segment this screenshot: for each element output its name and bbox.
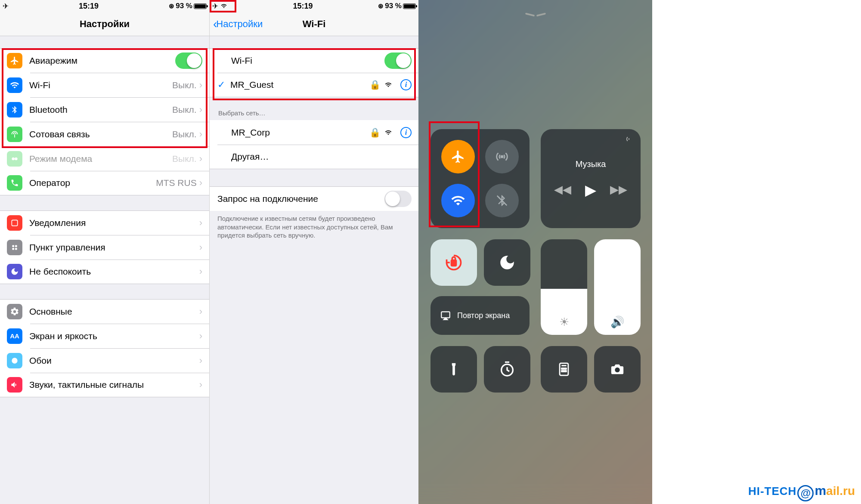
ask-to-join-row[interactable]: Запрос на подключение: [210, 186, 418, 211]
ask-footer: Подключение к известным сетям будет прои…: [210, 211, 418, 243]
highlight-connectivity: [429, 121, 480, 227]
back-button[interactable]: ‹Настройки: [213, 17, 263, 31]
row-detail: Выкл.: [172, 80, 197, 90]
chevron-right-icon: ›: [199, 104, 202, 115]
svg-rect-5: [15, 245, 17, 247]
gear-icon: [7, 304, 22, 319]
svg-point-8: [501, 156, 503, 158]
svg-rect-11: [441, 312, 450, 318]
svg-rect-10: [452, 260, 456, 266]
chevron-right-icon: ›: [199, 306, 202, 317]
music-tile[interactable]: Музыка ◀◀ ▶ ▶▶: [541, 129, 641, 228]
calculator-button[interactable]: [541, 346, 587, 393]
row-general[interactable]: Основные ›: [0, 299, 209, 324]
brightness-icon: ☀: [559, 315, 569, 329]
wifi-toggle-row[interactable]: Wi-Fi: [210, 48, 418, 73]
row-detail: Выкл.: [172, 154, 197, 164]
prev-icon[interactable]: ◀◀: [554, 183, 571, 196]
connected-network-row[interactable]: ✓ MR_Guest 🔒 i: [210, 73, 418, 97]
next-icon[interactable]: ▶▶: [610, 183, 627, 196]
row-sounds[interactable]: Звуки, тактильные сигналы ›: [0, 373, 209, 397]
svg-point-18: [561, 371, 563, 372]
sounds-icon: [7, 377, 22, 393]
nav-bar: Настройки: [0, 12, 209, 36]
battery-icon: [194, 3, 207, 9]
airplane-icon: ✈︎: [212, 2, 218, 11]
screen-mirror-button[interactable]: Повтор экрана: [430, 296, 530, 335]
airplay-corner-icon: [626, 134, 635, 144]
row-label: Wi-Fi: [29, 80, 172, 90]
row-wifi[interactable]: Wi-Fi Выкл. ›: [0, 73, 209, 97]
row-detail: MTS RUS: [156, 178, 197, 188]
row-dnd[interactable]: Не беспокоить ›: [0, 260, 209, 284]
phone-icon: [7, 175, 22, 191]
wifi-signal-icon: [384, 81, 393, 88]
wifi-signal-icon: [384, 129, 393, 136]
row-carrier[interactable]: Оператор MTS RUS ›: [0, 171, 209, 195]
play-icon[interactable]: ▶: [585, 181, 596, 198]
airplane-icon: [7, 53, 22, 68]
row-detail: Выкл.: [172, 129, 197, 139]
switch-off[interactable]: [384, 191, 412, 207]
page-title: Wi-Fi: [303, 19, 326, 30]
dnd-button[interactable]: [484, 239, 530, 286]
row-bluetooth[interactable]: Bluetooth Выкл. ›: [0, 97, 209, 122]
row-label: Обои: [29, 356, 199, 366]
choose-network-header: Выбрать сеть…: [210, 106, 418, 120]
chevron-right-icon: ›: [199, 331, 202, 342]
row-detail: Выкл.: [172, 105, 197, 115]
svg-point-16: [564, 368, 565, 369]
timer-button[interactable]: [484, 346, 530, 393]
page-title: Настройки: [80, 19, 130, 30]
brightness-slider[interactable]: ☀: [541, 239, 587, 335]
loading-icon: ⊛: [378, 2, 384, 10]
row-label: Уведомления: [29, 218, 199, 228]
svg-point-20: [565, 371, 567, 372]
camera-button[interactable]: [594, 346, 641, 393]
switch-on[interactable]: [384, 53, 412, 69]
control-center-icon: [7, 240, 22, 255]
row-label: Оператор: [29, 178, 156, 188]
status-bar: ✈︎ 15:19 ⊛ 93 %: [0, 0, 209, 12]
status-time: 15:19: [79, 2, 99, 11]
network-name: MR_Guest: [230, 80, 369, 90]
network-row[interactable]: MR_Corp 🔒 i: [210, 120, 418, 145]
flashlight-button[interactable]: [430, 346, 477, 393]
control-center: Музыка ◀◀ ▶ ▶▶ Повтор экрана ☀: [418, 0, 652, 504]
row-display[interactable]: AA Экран и яркость ›: [0, 324, 209, 348]
info-icon[interactable]: i: [400, 79, 412, 90]
moon-icon: [7, 264, 22, 279]
row-airplane[interactable]: Авиарежим: [0, 48, 209, 73]
row-control-center[interactable]: Пункт управления ›: [0, 235, 209, 260]
watermark-left: HI-TECH: [748, 485, 796, 498]
row-cellular[interactable]: Сотовая связь Выкл. ›: [0, 122, 209, 146]
row-label: Запрос на подключение: [217, 194, 384, 204]
mirror-icon: [439, 310, 452, 321]
at-icon: @: [797, 485, 814, 501]
cc-bluetooth-button[interactable]: [485, 184, 519, 217]
switch-on[interactable]: [175, 53, 202, 69]
network-name: MR_Corp: [231, 127, 369, 138]
row-label: Режим модема: [29, 154, 172, 164]
wallpaper-icon: [7, 353, 22, 368]
svg-point-4: [15, 247, 17, 250]
loading-icon: ⊛: [169, 2, 174, 10]
volume-slider[interactable]: 🔊: [594, 239, 641, 335]
battery-pct: 93 %: [176, 2, 192, 10]
grabber-icon[interactable]: [525, 13, 546, 16]
info-icon[interactable]: i: [400, 127, 412, 138]
row-label: Bluetooth: [29, 105, 172, 115]
row-label: Экран и яркость: [29, 331, 199, 341]
wifi-icon: [7, 77, 22, 93]
orientation-lock-button[interactable]: [430, 239, 477, 286]
row-wallpaper[interactable]: Обои ›: [0, 348, 209, 373]
airplane-icon: ✈︎: [3, 2, 9, 11]
network-name: Другая…: [231, 152, 412, 162]
row-label: Пункт управления: [29, 242, 199, 253]
other-network-row[interactable]: Другая…: [210, 145, 418, 169]
row-notifications[interactable]: Уведомления ›: [0, 210, 209, 235]
cc-cellular-button[interactable]: [485, 140, 519, 173]
notifications-icon: [7, 215, 22, 231]
chevron-right-icon: ›: [199, 129, 202, 140]
watermark-right: ail.ru: [826, 484, 855, 498]
